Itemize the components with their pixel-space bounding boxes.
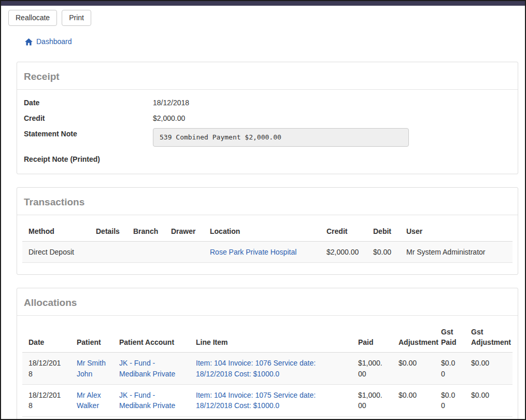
location-link[interactable]: Rose Park Private Hospital bbox=[210, 248, 296, 256]
transaction-row: Direct Deposit Rose Park Private Hospita… bbox=[22, 242, 513, 263]
date-cell: 18/12/2018 bbox=[22, 385, 70, 417]
debit-cell: $0.00 bbox=[367, 242, 400, 263]
gst-adjustment-cell: $0.00 bbox=[465, 385, 513, 417]
receipt-title: Receipt bbox=[24, 69, 511, 83]
breadcrumb-dashboard-link[interactable]: Dashboard bbox=[36, 37, 72, 47]
allocation-row: 18/12/2018 Mr Smith John JK - Fund - Med… bbox=[22, 353, 513, 385]
col-gst-paid: Gst Paid bbox=[435, 321, 465, 352]
branch-cell bbox=[127, 242, 165, 263]
paid-cell: $1,000.00 bbox=[352, 353, 392, 385]
credit-cell: $2,000.00 bbox=[320, 242, 367, 263]
transactions-table: Method Details Branch Drawer Location Cr… bbox=[22, 220, 513, 263]
gst-adjustment-cell: $0.00 bbox=[465, 353, 513, 385]
col-details: Details bbox=[90, 220, 127, 241]
line-item-cell: Item: 104 Invoice: 1076 Service date: 18… bbox=[190, 353, 352, 385]
drawer-cell bbox=[165, 242, 204, 263]
line-item-link[interactable]: Item: 104 Invoice: 1076 Service date: 18… bbox=[196, 359, 316, 377]
col-adjustment: Adjustment bbox=[392, 321, 435, 352]
method-cell: Direct Deposit bbox=[22, 242, 90, 263]
date-field-row: Date 18/12/2018 bbox=[24, 97, 511, 108]
allocations-card: Allocations Date Patient Patient Account… bbox=[17, 288, 518, 420]
col-location: Location bbox=[204, 220, 320, 241]
date-label: Date bbox=[24, 97, 153, 108]
credit-label: Credit bbox=[24, 113, 153, 124]
patient-link[interactable]: Mr Smith John bbox=[77, 359, 106, 377]
transactions-header-row: Method Details Branch Drawer Location Cr… bbox=[22, 220, 513, 241]
col-credit: Credit bbox=[320, 220, 367, 241]
home-icon[interactable] bbox=[25, 38, 33, 46]
col-patient-account: Patient Account bbox=[113, 321, 190, 352]
receipt-card-header: Receipt bbox=[17, 62, 518, 90]
print-button[interactable]: Print bbox=[62, 10, 91, 26]
allocations-title: Allocations bbox=[24, 296, 511, 310]
col-branch: Branch bbox=[127, 220, 165, 241]
patient-account-link[interactable]: JK - Fund - Medibank Private bbox=[119, 391, 175, 410]
details-cell bbox=[90, 242, 127, 263]
receipt-card: Receipt Date 18/12/2018 Credit $2,000.00… bbox=[17, 62, 518, 174]
transactions-title: Transactions bbox=[24, 195, 511, 209]
patient-cell: Mr Smith John bbox=[70, 353, 113, 385]
adjustment-cell: $0.00 bbox=[392, 385, 435, 417]
col-date: Date bbox=[22, 321, 70, 352]
col-user: User bbox=[400, 220, 513, 241]
line-item-link[interactable]: Item: 104 Invoice: 1075 Service date: 18… bbox=[196, 391, 316, 410]
patient-account-link[interactable]: JK - Fund - Medibank Private bbox=[119, 359, 175, 377]
top-navigation-bar bbox=[1, 1, 525, 6]
line-item-cell: Item: 104 Invoice: 1075 Service date: 18… bbox=[190, 385, 352, 417]
date-value: 18/12/2018 bbox=[153, 97, 189, 108]
location-cell: Rose Park Private Hospital bbox=[204, 242, 320, 263]
col-gst-adjustment: Gst Adjustment bbox=[465, 321, 513, 352]
user-cell: Mr System Administrator bbox=[400, 242, 513, 263]
col-method: Method bbox=[22, 220, 90, 241]
allocations-card-body: Date Patient Patient Account Line Item P… bbox=[17, 316, 518, 420]
col-line-item: Line Item bbox=[190, 321, 352, 352]
statement-note-input[interactable] bbox=[153, 128, 409, 147]
app-window: Reallocate Print Dashboard Receipt Date … bbox=[0, 0, 526, 420]
col-drawer: Drawer bbox=[165, 220, 204, 241]
allocation-row: 18/12/2018 Mr Alex Walker JK - Fund - Me… bbox=[22, 385, 513, 417]
patient-account-cell: JK - Fund - Medibank Private bbox=[113, 385, 190, 417]
gst-paid-cell: $0.00 bbox=[435, 385, 465, 417]
reallocate-button[interactable]: Reallocate bbox=[8, 10, 57, 26]
gst-paid-cell: $0.00 bbox=[435, 353, 465, 385]
patient-cell: Mr Alex Walker bbox=[70, 385, 113, 417]
col-patient: Patient bbox=[70, 321, 113, 352]
transactions-card-header: Transactions bbox=[17, 188, 518, 215]
receipt-note-label: Receipt Note (Printed) bbox=[24, 153, 153, 165]
credit-value: $2,000.00 bbox=[153, 113, 185, 124]
credit-field-row: Credit $2,000.00 bbox=[24, 113, 511, 124]
transactions-card-body: Method Details Branch Drawer Location Cr… bbox=[17, 215, 518, 274]
col-debit: Debit bbox=[367, 220, 400, 241]
statement-note-label: Statement Note bbox=[24, 128, 153, 139]
patient-link[interactable]: Mr Alex Walker bbox=[77, 391, 101, 410]
allocations-card-header: Allocations bbox=[17, 288, 518, 316]
breadcrumb: Dashboard bbox=[25, 37, 525, 47]
patient-account-cell: JK - Fund - Medibank Private bbox=[113, 353, 190, 385]
col-paid: Paid bbox=[352, 321, 392, 352]
adjustment-cell: $0.00 bbox=[392, 353, 435, 385]
allocations-header-row: Date Patient Patient Account Line Item P… bbox=[22, 321, 513, 352]
receipt-note-field-row: Receipt Note (Printed) bbox=[24, 153, 511, 165]
transactions-card: Transactions Method Details Branch Drawe… bbox=[17, 187, 518, 275]
receipt-card-body: Date 18/12/2018 Credit $2,000.00 Stateme… bbox=[17, 90, 518, 174]
statement-note-field-row: Statement Note bbox=[24, 128, 511, 147]
allocations-table: Date Patient Patient Account Line Item P… bbox=[22, 321, 513, 416]
toolbar: Reallocate Print bbox=[1, 6, 525, 26]
date-cell: 18/12/2018 bbox=[22, 353, 70, 385]
paid-cell: $1,000.00 bbox=[352, 385, 392, 417]
